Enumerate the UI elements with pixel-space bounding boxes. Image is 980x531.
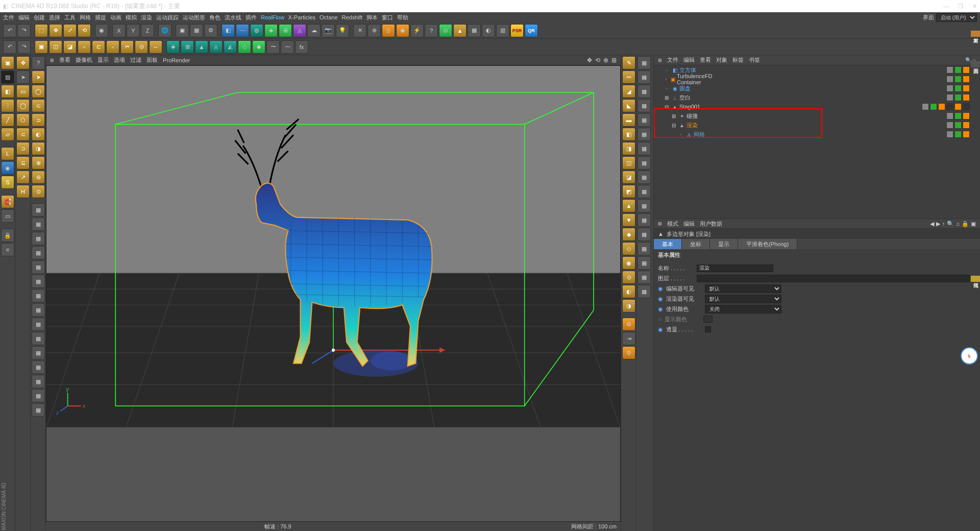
attr-find-icon[interactable]: 🔍 [947,221,954,227]
xp-cache-button[interactable]: ◉ [396,24,409,37]
lock-z-button[interactable]: Z [141,24,154,37]
object-name[interactable]: TurbulenceFD Container [677,73,727,85]
attr-userdata[interactable]: 用户数据 [700,220,722,228]
r2-icon-16[interactable]: ▦ [638,271,651,284]
attr-tab-coord[interactable]: 坐标 [682,239,710,249]
loop2-icon[interactable]: ⊂ [32,99,45,112]
poly-select-icon[interactable]: ⬠ [16,113,30,127]
expand-icon[interactable]: ⊞ [670,112,677,119]
arrow2-icon[interactable]: ➤ [32,70,45,84]
shrink-icon[interactable]: ⊙ [32,185,45,198]
moinstance-button[interactable]: ◬ [209,40,223,54]
r2-icon-15[interactable]: ▦ [638,256,651,270]
nurbs-button[interactable]: ◍ [250,24,263,37]
r2-icon-12[interactable]: ▦ [638,213,651,227]
knife-button[interactable]: ✂ [120,40,134,54]
attr-tab-basic[interactable]: 基本 [654,239,682,249]
menu-octane[interactable]: Octane [320,14,337,20]
attr-lock-icon[interactable]: 🔒 [962,221,969,227]
object-name[interactable]: 渲染 [687,122,698,129]
grow-icon[interactable]: ⊕ [32,156,45,170]
edge-mode-button[interactable]: ╱ [1,113,14,127]
rotate-button[interactable]: ⟲ [78,24,91,37]
attr-home-icon[interactable]: ⌂ [956,221,960,227]
vtab-2[interactable]: 内容浏览器 [971,61,980,67]
om-row[interactable]: ·◬网格 [654,130,980,139]
attr-tab-display[interactable]: 显示 [710,239,738,249]
om-tags[interactable]: 标签 [732,56,744,64]
r1-icon-11[interactable]: ▲ [622,199,635,212]
array-button[interactable]: ⊞ [279,24,292,37]
path-select-icon[interactable]: ↗ [16,171,30,184]
attr-rnvis-select[interactable]: 默认 [705,295,781,303]
vp-menu-options[interactable]: 选项 [114,56,125,64]
attr-usecol-select[interactable]: 关闭 [705,305,781,313]
r2-icon-5[interactable]: ▦ [638,113,651,127]
r1-icon-9[interactable]: ◪ [622,171,635,184]
attr-tab-phong[interactable]: 平滑着色(Phong) [738,239,797,249]
expand-icon[interactable]: ⊞ [663,94,670,101]
grid6-icon[interactable]: ▦ [32,275,45,288]
menu-mograph[interactable]: 运动图形 [183,14,205,21]
soft-select-button[interactable]: S [1,176,14,189]
isoline-button[interactable]: ≡ [1,243,14,256]
grid5-icon[interactable]: ▦ [32,260,45,274]
r1-icon-17[interactable]: ◐ [622,285,635,298]
voronoi-button[interactable]: ◭ [224,40,237,54]
fill-select-icon[interactable]: ⊆ [16,156,30,170]
vp-nav1-icon[interactable]: ✥ [587,57,592,64]
expand-icon[interactable]: ⊟ [663,103,670,110]
object-mode-button[interactable]: ◧ [1,85,14,98]
r2-icon-6[interactable]: ▦ [638,128,651,141]
render-view-button[interactable]: ▣ [176,24,189,37]
attr-next-icon[interactable]: ▶ [936,221,940,227]
menu-create[interactable]: 创建 [34,14,45,21]
r1-gear-icon[interactable]: ⚙ [622,346,635,359]
vp-menu-camera[interactable]: 摄像机 [76,56,92,64]
axis-mode-button[interactable]: L [1,147,14,160]
outline-icon[interactable]: ◑ [32,142,45,155]
live-select-button[interactable]: ⬚ [35,24,48,37]
grid1-icon[interactable]: ▦ [32,203,45,216]
vp-menu-prorender[interactable]: ProRender [163,57,190,63]
ring-select-icon[interactable]: ⊃ [16,142,30,155]
viewport-3d[interactable]: 透视视图 [46,65,621,522]
script-button[interactable]: fx [295,40,308,54]
xp-mod-button[interactable]: ▲ [453,24,467,37]
move-button[interactable]: ✥ [49,24,62,37]
xp-action-button[interactable]: ⚡ [410,24,424,37]
om-view[interactable]: 查看 [700,56,711,64]
lock-button[interactable]: 🔒 [1,229,14,242]
vp-menu-display[interactable]: 显示 [97,56,109,64]
vp-menu-panel[interactable]: 面板 [146,56,158,64]
om-row[interactable]: ·▣TurbulenceFD Container [654,75,980,84]
lasso-select-icon[interactable]: ◯ [16,99,30,112]
undo-button[interactable]: ↶ [3,24,16,37]
attr-color-swatch[interactable] [703,316,713,323]
model-mode-button[interactable]: ▣ [1,56,14,69]
menu-redshift[interactable]: Redshift [342,14,362,20]
xp-emitter-button[interactable]: S [382,24,395,37]
render-region-button[interactable]: ▦ [190,24,203,37]
redo2-button[interactable]: ↷ [17,40,31,54]
r2-icon-8[interactable]: ▦ [638,156,651,170]
loop-select-icon[interactable]: ⊂ [16,128,30,141]
menu-pipeline[interactable]: 流水线 [225,14,241,21]
om-bookmarks[interactable]: 书签 [749,56,760,64]
grid3-icon[interactable]: ▦ [32,232,45,245]
extrude-button[interactable]: ◫ [49,40,62,54]
grid7-icon[interactable]: ▦ [32,289,45,302]
r2-icon-10[interactable]: ▦ [638,185,651,198]
r2-icon-4[interactable]: ▦ [638,99,651,112]
menu-simulate[interactable]: 模拟 [126,14,137,21]
object-name[interactable]: 网格 [694,131,705,138]
r1-arrow-icon[interactable]: ⇥ [622,332,635,345]
r1-icon-8[interactable]: ◫ [622,156,635,170]
attr-transp-checkbox[interactable] [705,326,711,332]
xp-open-button[interactable]: ✕ [353,24,366,37]
close-hole-button[interactable]: ⊙ [135,40,148,54]
r2-icon-17[interactable]: ▦ [638,285,651,298]
r1-icon-10[interactable]: ◩ [622,185,635,198]
last-tool-button[interactable]: ◉ [95,24,108,37]
grid15-icon[interactable]: ▦ [32,403,45,417]
